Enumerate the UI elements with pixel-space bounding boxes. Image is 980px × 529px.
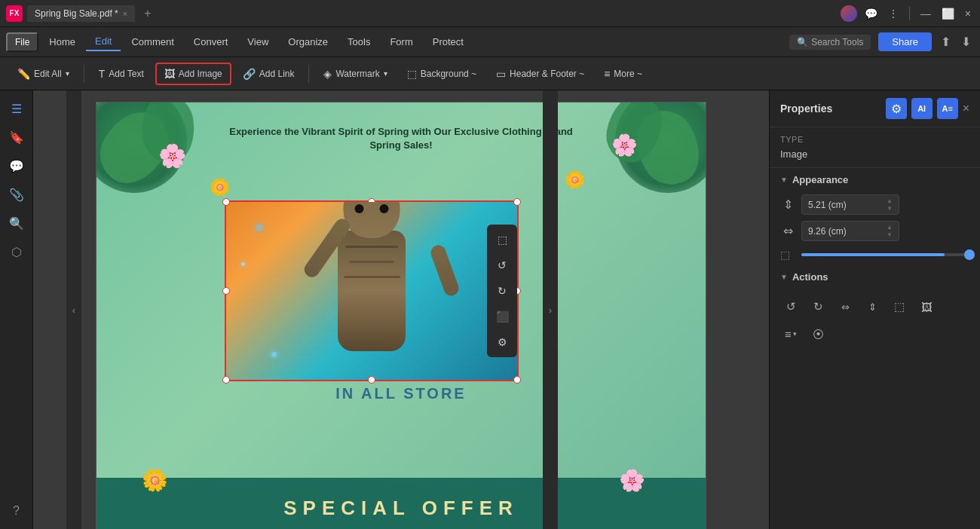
watermark-btn[interactable]: ◈ Watermark ▾	[315, 63, 395, 84]
actions-buttons: ↺ ↻ ⇔ ⇕ ⬚ 🖼 ≡ ▾ ⦿	[770, 289, 980, 352]
upload-icon[interactable]: ⬆	[938, 33, 954, 50]
flower-top-left: 🌸	[157, 140, 187, 170]
menu-tools[interactable]: Tools	[338, 33, 379, 50]
toolbar-divider-2	[308, 65, 309, 83]
image-icon: 🖼	[164, 68, 175, 80]
action-crop-btn[interactable]: ⬚	[889, 296, 910, 317]
width-row: ⇔ 9.26 (cm) ▲ ▼	[770, 218, 980, 244]
menu-comment[interactable]: Comment	[122, 33, 182, 50]
opacity-slider[interactable]	[801, 253, 969, 256]
height-input[interactable]: 5.21 (cm) ▲ ▼	[801, 194, 899, 215]
handle-ml[interactable]	[222, 287, 230, 295]
actions-header[interactable]: ▼ Actions	[770, 265, 980, 289]
panel-format-icon[interactable]: A≡	[937, 98, 958, 119]
add-image-label: Add Image	[179, 69, 222, 79]
appearance-header[interactable]: ▼ Appearance	[770, 168, 980, 191]
sidebar-pages-icon[interactable]: ☰	[5, 96, 29, 121]
float-toolbar: ⬚ ↺ ↻ ⬛ ⚙	[487, 225, 517, 357]
actions-toggle-icon: ▼	[780, 273, 788, 281]
add-link-btn[interactable]: 🔗 Add Link	[234, 63, 303, 84]
chat-icon[interactable]: 💬	[862, 8, 880, 20]
menubar: File Home Edit Comment Convert View Orga…	[0, 27, 980, 57]
actions-row-1: ↺ ↻ ⇔ ⇕ ⬚ 🖼	[780, 293, 969, 320]
width-input[interactable]: 9.26 (cm) ▲ ▼	[801, 221, 899, 241]
menu-form[interactable]: Form	[381, 33, 421, 50]
user-avatar[interactable]	[841, 5, 857, 22]
action-flip-v-btn[interactable]: ⇕	[862, 296, 883, 317]
panel-ai-icon[interactable]: AI	[911, 98, 933, 119]
share-button[interactable]: Share	[878, 32, 932, 51]
add-text-btn[interactable]: T Add Text	[90, 63, 152, 84]
sidebar-layers-icon[interactable]: ⬡	[5, 240, 29, 264]
menu-edit[interactable]: Edit	[86, 32, 121, 51]
appearance-label: Appearance	[792, 174, 848, 185]
panel-close-btn[interactable]: ×	[963, 102, 969, 115]
watermark-label: Watermark	[335, 69, 379, 79]
nav-prev-btn[interactable]: ‹	[66, 90, 81, 529]
height-down-arrow[interactable]: ▼	[887, 205, 893, 213]
handle-br[interactable]	[513, 376, 521, 384]
sidebar-search-icon[interactable]: 🔍	[5, 211, 29, 235]
sidebar-comment-icon[interactable]: 💬	[5, 154, 29, 178]
search-tools-label: Search Tools	[811, 37, 863, 47]
header-footer-btn[interactable]: ▭ Header & Footer ~	[488, 63, 593, 84]
new-tab-btn[interactable]: +	[138, 4, 157, 23]
canvas-area[interactable]: 🌸 🌼 🌸 🌼 SPECIAL OFFER 🌼 🌸	[33, 90, 769, 529]
handle-bl[interactable]	[222, 376, 230, 384]
add-text-label: Add Text	[109, 69, 143, 79]
action-rotate-left-btn[interactable]: ↺	[780, 296, 801, 317]
opacity-icon: ⬚	[780, 249, 795, 261]
sidebar-help-icon[interactable]: ?	[5, 499, 29, 523]
menu-view[interactable]: View	[238, 33, 277, 50]
float-rotate-left-btn[interactable]: ↺	[490, 253, 514, 277]
menu-home[interactable]: Home	[40, 33, 84, 50]
menu-convert[interactable]: Convert	[185, 33, 237, 50]
height-up-arrow[interactable]: ▲	[887, 197, 893, 205]
file-menu[interactable]: File	[6, 32, 38, 52]
more-options-icon[interactable]: ⋮	[885, 8, 902, 20]
more-btn[interactable]: ≡ More ~	[596, 63, 651, 84]
flower-bottom-right: 🌸	[619, 468, 645, 493]
menu-protect[interactable]: Protect	[424, 33, 473, 50]
actions-label: Actions	[792, 271, 828, 283]
opacity-thumb[interactable]	[964, 249, 975, 260]
edit-all-btn[interactable]: ✏️ Edit All ▾	[9, 63, 78, 84]
maximize-icon[interactable]: ⬜	[939, 8, 957, 20]
background-btn[interactable]: ⬚ Background ~	[399, 63, 485, 84]
active-tab[interactable]: Spring Big Sale.pdf * ×	[27, 5, 135, 22]
nav-next-btn[interactable]: ›	[543, 90, 558, 529]
float-settings-btn[interactable]: ⚙	[490, 330, 514, 354]
handle-tr[interactable]	[513, 198, 521, 206]
action-replace-btn[interactable]: 🖼	[916, 296, 937, 317]
edit-all-label: Edit All	[34, 69, 62, 79]
expand-icon[interactable]: ⬇	[958, 33, 974, 50]
align-dropdown-icon: ▾	[793, 330, 797, 338]
width-down-arrow[interactable]: ▼	[887, 231, 893, 239]
toolbar-divider-1	[84, 65, 84, 83]
action-flip-h-btn[interactable]: ⇔	[835, 296, 856, 317]
float-replace-btn[interactable]: ⬛	[490, 304, 514, 329]
minimize-icon[interactable]: —	[917, 8, 934, 20]
action-align-btn[interactable]: ≡ ▾	[780, 323, 801, 344]
more-label: More ~	[614, 69, 642, 79]
width-up-arrow[interactable]: ▲	[887, 224, 893, 231]
float-rotate-right-btn[interactable]: ↻	[490, 279, 514, 303]
panel-settings-icon[interactable]: ⚙	[886, 98, 907, 119]
add-image-btn[interactable]: 🖼 Add Image	[155, 63, 231, 85]
more-icon: ≡	[604, 68, 610, 80]
close-icon[interactable]: ×	[962, 8, 974, 20]
width-value: 9.26 (cm)	[808, 226, 847, 237]
handle-bm[interactable]	[368, 376, 375, 384]
search-tools[interactable]: 🔍 Search Tools	[789, 35, 871, 50]
float-crop-btn[interactable]: ⬚	[490, 228, 514, 252]
header-footer-icon: ▭	[496, 68, 506, 80]
handle-tl[interactable]	[222, 198, 230, 206]
height-row: ⇕ 5.21 (cm) ▲ ▼	[770, 191, 980, 218]
sidebar-bookmark-icon[interactable]: 🔖	[5, 125, 29, 149]
selected-image-border[interactable]: ⬚ ↺ ↻ ⬛ ⚙	[225, 200, 519, 381]
tab-close-btn[interactable]: ×	[123, 9, 127, 18]
action-rotate-right-btn[interactable]: ↻	[807, 296, 828, 317]
sidebar-attachment-icon[interactable]: 📎	[5, 182, 29, 206]
menu-organize[interactable]: Organize	[279, 33, 337, 50]
action-distribute-btn[interactable]: ⦿	[807, 323, 828, 344]
